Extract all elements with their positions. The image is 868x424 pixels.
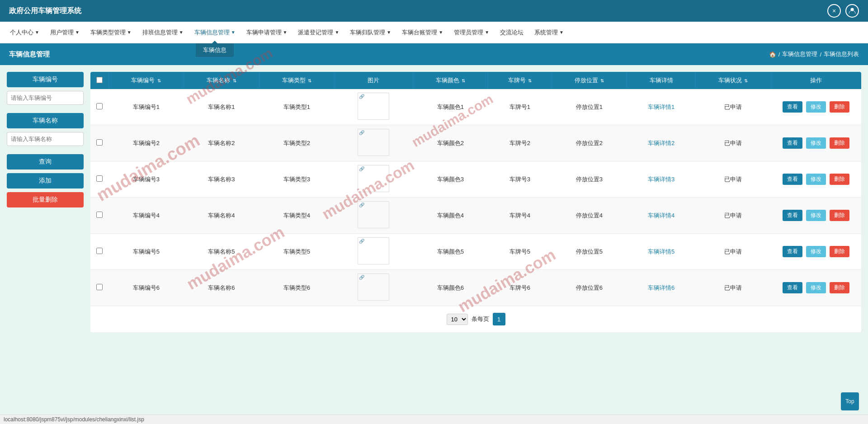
edit-button[interactable]: 修改: [806, 101, 826, 113]
row-color: 车辆颜色5: [413, 234, 488, 270]
row-select-checkbox[interactable]: [96, 284, 103, 290]
sort-icon[interactable]: ⇅: [600, 78, 604, 83]
row-name: 车辆名称4: [184, 198, 259, 234]
nav-user-management[interactable]: 用户管理 ▼: [45, 22, 85, 43]
vehicle-image: 🔗: [358, 165, 389, 192]
nav-personal-center[interactable]: 个人中心 ▼: [5, 22, 45, 43]
delete-button[interactable]: 删除: [830, 246, 849, 257]
row-id: 车辆编号5: [108, 234, 184, 270]
page-1-button[interactable]: 1: [493, 313, 505, 325]
row-detail[interactable]: 车辆详情5: [627, 234, 696, 270]
col-action: 操作: [771, 72, 861, 89]
sort-icon[interactable]: ⇅: [233, 78, 236, 83]
nav-dispatch-management[interactable]: 派遣登记管理 ▼: [292, 22, 344, 43]
row-checkbox[interactable]: [90, 89, 108, 125]
user-button[interactable]: [845, 4, 859, 18]
row-checkbox[interactable]: [90, 270, 108, 306]
chevron-down-icon: ▼: [439, 30, 443, 35]
row-detail[interactable]: 车辆详情6: [627, 270, 696, 306]
row-checkbox[interactable]: [90, 198, 108, 234]
chevron-down-icon: ▼: [35, 30, 39, 35]
delete-button[interactable]: 删除: [830, 282, 849, 293]
breadcrumb-item-1[interactable]: 车辆信息管理: [782, 50, 817, 58]
edit-button[interactable]: 修改: [806, 174, 826, 185]
row-actions: 查看 修改 删除: [771, 234, 861, 270]
row-detail[interactable]: 车辆详情4: [627, 198, 696, 234]
chevron-down-icon: ▼: [231, 30, 236, 35]
nav-vehicle-ledger-management[interactable]: 车辆台账管理 ▼: [396, 22, 448, 43]
nav-schedule-management[interactable]: 排班信息管理 ▼: [137, 22, 189, 43]
edit-button[interactable]: 修改: [806, 282, 826, 293]
row-status: 已申请: [695, 234, 771, 270]
header-actions: ×: [827, 4, 859, 18]
row-status: 已申请: [695, 125, 771, 161]
batch-delete-button[interactable]: 批量删除: [7, 192, 84, 207]
breadcrumb-item-2[interactable]: 车辆信息列表: [824, 50, 859, 58]
view-button[interactable]: 查看: [783, 246, 802, 257]
row-color: 车辆颜色2: [413, 125, 488, 161]
image-broken-icon: 🔗: [359, 166, 364, 171]
row-select-checkbox[interactable]: [96, 139, 103, 146]
per-page-label: 条每页: [472, 315, 489, 323]
vehicle-number-input[interactable]: [7, 91, 84, 105]
row-checkbox[interactable]: [90, 125, 108, 161]
chevron-down-icon: ▼: [485, 30, 489, 35]
edit-button[interactable]: 修改: [806, 210, 826, 221]
sidebar: 车辆编号 车辆名称 查询 添加 批量删除: [7, 72, 84, 332]
view-button[interactable]: 查看: [783, 174, 802, 185]
row-actions: 查看 修改 删除: [771, 125, 861, 161]
sort-icon[interactable]: ⇅: [308, 78, 311, 83]
edit-button[interactable]: 修改: [806, 246, 826, 257]
view-button[interactable]: 查看: [783, 101, 802, 113]
vehicle-name-input[interactable]: [7, 132, 84, 146]
delete-button[interactable]: 删除: [830, 137, 849, 149]
sort-icon[interactable]: ⇅: [462, 78, 465, 83]
view-button[interactable]: 查看: [783, 137, 802, 149]
col-checkbox: [90, 72, 108, 89]
delete-button[interactable]: 删除: [830, 210, 849, 221]
vehicle-number-label-btn[interactable]: 车辆编号: [7, 72, 84, 87]
row-detail[interactable]: 车辆详情1: [627, 89, 696, 125]
nav-vehicle-type-management[interactable]: 车辆类型管理 ▼: [85, 22, 137, 43]
col-image: 图片: [335, 72, 413, 89]
row-status: 已申请: [695, 161, 771, 198]
row-checkbox[interactable]: [90, 161, 108, 198]
nav-vehicle-info-management[interactable]: 车辆信息管理 ▼ 车辆信息: [189, 22, 241, 43]
sort-icon[interactable]: ⇅: [157, 78, 161, 83]
per-page-select[interactable]: 10 20 50: [447, 314, 468, 325]
nav-vehicle-application-management[interactable]: 车辆申请管理 ▼: [241, 22, 293, 43]
row-image: 🔗: [335, 125, 413, 161]
row-detail[interactable]: 车辆详情3: [627, 161, 696, 198]
vehicle-name-label-btn[interactable]: 车辆名称: [7, 113, 84, 128]
row-select-checkbox[interactable]: [96, 175, 103, 182]
select-all-checkbox[interactable]: [96, 77, 103, 83]
nav-forum[interactable]: 交流论坛: [495, 22, 529, 43]
home-icon[interactable]: 🏠: [769, 51, 776, 58]
row-status: 已申请: [695, 89, 771, 125]
row-position: 停放位置6: [552, 270, 627, 306]
row-checkbox[interactable]: [90, 234, 108, 270]
delete-button[interactable]: 删除: [830, 174, 849, 185]
row-select-checkbox[interactable]: [96, 212, 103, 218]
row-image: 🔗: [335, 198, 413, 234]
view-button[interactable]: 查看: [783, 210, 802, 221]
row-select-checkbox[interactable]: [96, 248, 103, 254]
close-button[interactable]: ×: [827, 4, 841, 18]
chevron-down-icon: ▼: [283, 30, 288, 35]
nav-admin-management[interactable]: 管理员管理 ▼: [448, 22, 495, 43]
row-position: 停放位置1: [552, 89, 627, 125]
nav-system-management[interactable]: 系统管理 ▼: [529, 22, 569, 43]
row-detail[interactable]: 车辆详情2: [627, 125, 696, 161]
query-button[interactable]: 查询: [7, 154, 84, 170]
view-button[interactable]: 查看: [783, 282, 802, 293]
edit-button[interactable]: 修改: [806, 137, 826, 149]
image-broken-icon: 🔗: [359, 239, 364, 244]
sort-icon[interactable]: ⇅: [528, 78, 532, 83]
row-select-checkbox[interactable]: [96, 103, 103, 109]
delete-button[interactable]: 删除: [830, 101, 849, 113]
nav-vehicle-return-management[interactable]: 车辆归队管理 ▼: [344, 22, 396, 43]
add-button[interactable]: 添加: [7, 173, 84, 188]
chevron-down-icon: ▼: [335, 30, 339, 35]
row-type: 车辆类型6: [259, 270, 335, 306]
sort-icon[interactable]: ⇅: [744, 78, 748, 83]
